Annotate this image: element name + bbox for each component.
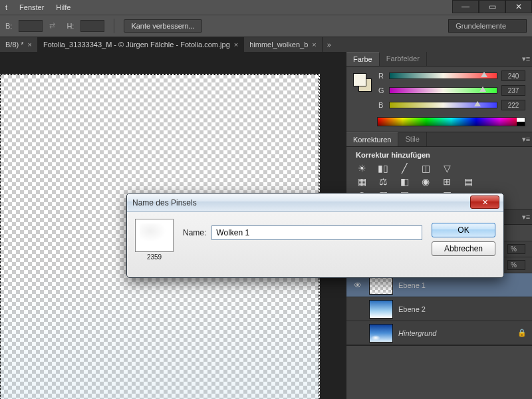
height-label: H:	[66, 22, 74, 30]
exposure-icon[interactable]: ◫	[420, 163, 432, 174]
name-field-label: Name:	[183, 228, 206, 237]
width-field[interactable]	[19, 20, 43, 32]
brush-name-input[interactable]	[211, 225, 422, 240]
g-slider[interactable]	[389, 87, 497, 94]
restore-button[interactable]: ▭	[479, 0, 505, 13]
swap-dimensions-icon[interactable]: ⇄	[49, 21, 60, 31]
color-spectrum[interactable]	[377, 117, 525, 126]
hue-sat-icon[interactable]: ▦	[356, 176, 368, 187]
height-field[interactable]	[80, 20, 104, 32]
b-slider[interactable]	[389, 102, 497, 108]
workspace-switcher-label: Grundelemente	[456, 22, 506, 30]
brightness-icon[interactable]: ☀	[356, 163, 368, 174]
menu-fragment[interactable]: t	[5, 3, 7, 11]
bw-icon[interactable]: ◧	[398, 176, 410, 187]
opacity-field[interactable]: %	[507, 244, 525, 254]
layer-thumbnail[interactable]	[369, 324, 393, 342]
document-tab[interactable]: Fotolia_31333343_M - © Jürgen Fälchle - …	[38, 37, 244, 52]
tab-styles[interactable]: Stile	[398, 132, 426, 146]
color-panel: Farbe Farbfelder ▾≡ R 240 G 237	[346, 52, 532, 132]
b-label: B	[378, 101, 385, 109]
visibility-icon[interactable]: 👁	[352, 281, 364, 290]
curves-icon[interactable]: ╱	[398, 163, 410, 174]
brush-preview-thumbnail	[135, 219, 174, 252]
document-tab-bar: B/8) * × Fotolia_31333343_M - © Jürgen F…	[0, 37, 532, 52]
menu-window[interactable]: Fenster	[19, 3, 44, 11]
lock-icon[interactable]: 🔒	[517, 329, 527, 337]
photo-filter-icon[interactable]: ◉	[420, 176, 432, 187]
levels-icon[interactable]: ▮▯	[377, 163, 389, 174]
dialog-titlebar[interactable]: Name des Pinsels ✕	[127, 194, 503, 212]
minimize-button[interactable]: —	[452, 0, 479, 13]
window-controls: — ▭ ✕	[452, 0, 532, 13]
document-tab[interactable]: himmel_wolken_b ×	[244, 37, 322, 52]
foreground-color-swatch[interactable]	[353, 73, 366, 86]
tab-adjustments[interactable]: Korrekturen	[346, 132, 398, 146]
tab-overflow-button[interactable]: »	[323, 37, 336, 52]
document-tab-label: B/8) *	[5, 41, 24, 49]
fill-field[interactable]: %	[507, 260, 525, 270]
ok-button[interactable]: OK	[432, 223, 495, 237]
adjustments-heading: Korrektur hinzufügen	[356, 151, 523, 159]
document-tab-label: Fotolia_31333343_M - © Jürgen Fälchle - …	[43, 41, 230, 49]
close-icon[interactable]: ×	[234, 41, 238, 49]
layer-name[interactable]: Hintergrund	[398, 329, 512, 337]
cancel-button[interactable]: Abbrechen	[432, 241, 495, 256]
refine-edge-button[interactable]: Kante verbessern...	[124, 19, 201, 33]
options-bar: B: ⇄ H: Kante verbessern... Grundelement…	[0, 15, 532, 37]
layer-row[interactable]: Ebene 2	[346, 297, 532, 321]
dialog-title: Name des Pinsels	[132, 198, 197, 207]
foreground-background-swatch[interactable]	[353, 73, 372, 92]
brush-size-label: 2359	[135, 253, 174, 261]
channel-mixer-icon[interactable]: ⊞	[441, 176, 453, 187]
r-slider[interactable]	[389, 72, 497, 79]
g-label: G	[378, 86, 385, 94]
color-balance-icon[interactable]: ⚖	[377, 176, 389, 187]
bw-ramp[interactable]	[517, 118, 525, 126]
menu-help[interactable]: Hilfe	[56, 3, 70, 11]
tab-color[interactable]: Farbe	[346, 52, 380, 66]
layer-row[interactable]: Hintergrund 🔒	[346, 321, 532, 345]
r-label: R	[378, 72, 385, 80]
dialog-close-button[interactable]: ✕	[470, 196, 499, 209]
brush-name-dialog: Name des Pinsels ✕ 2359 Name: OK Abbrech…	[126, 193, 504, 278]
layer-name[interactable]: Ebene 2	[398, 305, 527, 313]
separator	[114, 19, 114, 33]
document-tab[interactable]: B/8) * ×	[0, 37, 38, 52]
panel-menu-icon[interactable]: ▾≡	[520, 210, 532, 224]
close-icon[interactable]: ×	[28, 41, 32, 49]
document-tab-label: himmel_wolken_b	[249, 41, 308, 49]
panel-menu-icon[interactable]: ▾≡	[520, 52, 532, 66]
vibrance-icon[interactable]: ▽	[441, 163, 453, 174]
layer-thumbnail[interactable]	[369, 276, 393, 295]
b-value[interactable]: 222	[501, 100, 525, 110]
layer-thumbnail[interactable]	[369, 300, 393, 319]
width-label: B:	[5, 22, 12, 30]
close-window-button[interactable]: ✕	[505, 0, 532, 13]
g-value[interactable]: 237	[501, 85, 525, 96]
close-icon[interactable]: ×	[312, 41, 316, 49]
lookup-icon[interactable]: ▤	[462, 176, 474, 187]
layer-name[interactable]: Ebene 1	[398, 281, 527, 289]
workspace-switcher[interactable]: Grundelemente	[448, 19, 527, 33]
brush-preview: 2359	[135, 219, 174, 261]
panel-menu-icon[interactable]: ▾≡	[520, 132, 532, 146]
tab-swatches[interactable]: Farbfelder	[380, 52, 427, 66]
r-value[interactable]: 240	[501, 70, 525, 81]
